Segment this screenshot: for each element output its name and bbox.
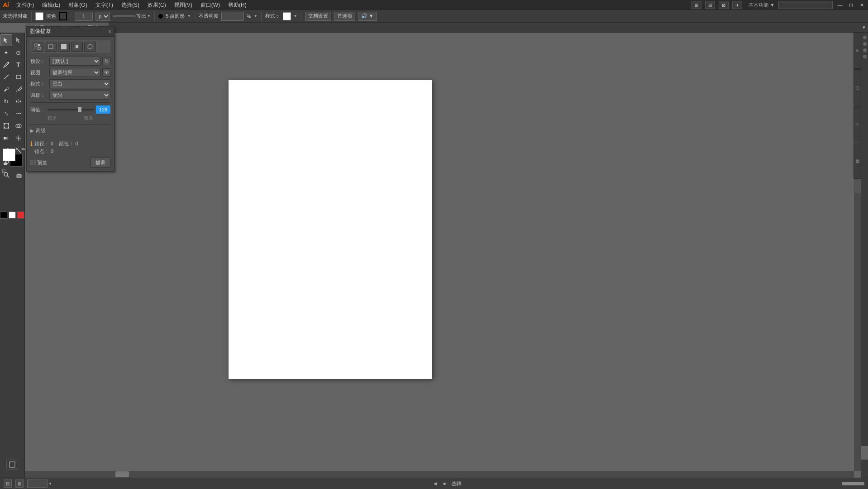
threshold-slider[interactable]	[48, 109, 94, 110]
status-next-btn[interactable]: ▶	[442, 480, 448, 487]
default-colors-icon[interactable]: ⊡	[2, 168, 5, 173]
menu-window[interactable]: 窗口(W)	[197, 0, 224, 10]
trace-icon-5[interactable]	[84, 42, 96, 52]
search-input[interactable]	[778, 1, 833, 9]
advanced-toggle[interactable]: ▶ 高级	[30, 127, 110, 134]
rectangle-tool-button[interactable]	[13, 71, 24, 83]
mirror-tool-button[interactable]	[13, 96, 24, 107]
layout-icon[interactable]: ⊠	[719, 1, 729, 9]
status-bar: ⊟ ⊞ 100% ▼ ◀ ▶ 选择	[0, 478, 868, 489]
workspace-icon[interactable]: ⊟	[705, 1, 715, 9]
status-slider[interactable]	[842, 482, 864, 485]
status-prev-btn[interactable]: ◀	[432, 480, 438, 487]
rotate-tool-button[interactable]: ↻	[0, 96, 12, 107]
threshold-row: 阈值	[30, 105, 110, 114]
right-scrollbar-thumb[interactable]	[861, 446, 868, 460]
artboard-tool-button[interactable]	[6, 460, 18, 470]
fill-color-swatch[interactable]	[35, 12, 43, 20]
horizontal-scroll-thumb[interactable]	[115, 471, 129, 477]
scale-tool-button[interactable]: ⤡	[0, 108, 12, 120]
type-tool-button[interactable]: T	[13, 59, 24, 71]
preset-refresh-button[interactable]: ↻	[102, 57, 110, 65]
line-tool-button[interactable]	[0, 71, 12, 83]
menu-view[interactable]: 视图(V)	[171, 0, 196, 10]
stroke-unit-select[interactable]: pt px	[95, 12, 110, 21]
zoom-dropdown-arrow[interactable]: ▼	[48, 482, 52, 486]
stroke-width-input[interactable]	[75, 12, 93, 21]
pen-tool-button[interactable]	[0, 59, 12, 71]
pencil-tool-button[interactable]	[13, 83, 24, 95]
direct-selection-tool-button[interactable]	[13, 34, 24, 46]
magic-wand-tool-button[interactable]: ✦	[0, 47, 12, 58]
palette-select[interactable]: 受限 自动 完整	[49, 91, 110, 100]
info-colors-label: 颜色：	[59, 141, 74, 146]
svg-line-4	[16, 91, 17, 91]
panel-close-button[interactable]: ×	[108, 29, 111, 35]
menu-file[interactable]: 文件(F)	[13, 0, 38, 10]
view-select[interactable]: 描摹结果	[49, 68, 100, 77]
warp-tool-button[interactable]: 〜	[13, 108, 24, 120]
white-fill-icon[interactable]	[9, 211, 16, 219]
right-panel-4[interactable]: ▦	[854, 143, 861, 179]
threshold-label: 阈值	[30, 106, 48, 113]
style-arrow[interactable]: ▼	[294, 14, 297, 18]
opacity-input[interactable]: 100	[221, 12, 244, 21]
foreground-color-swatch[interactable]	[3, 149, 15, 161]
status-icon-btn-1[interactable]: ⊟	[4, 479, 12, 488]
right-panel-2[interactable]: ◫	[854, 69, 861, 105]
threshold-value-input[interactable]	[96, 105, 110, 114]
gradient-tool-button[interactable]	[0, 132, 12, 144]
shape-builder-button[interactable]	[13, 120, 24, 132]
options-bar: 未选择对象 填色 pt px 等比 ▼ 5 点圆形 ▼ 不透明度 100 % ▼…	[0, 10, 868, 23]
menu-edit[interactable]: 编辑(E)	[38, 0, 64, 10]
right-scroll-thumb[interactable]	[854, 179, 861, 193]
gradient-fill-icon[interactable]	[17, 211, 24, 219]
trace-icon-1[interactable]	[32, 42, 43, 52]
voice-button[interactable]: 🔊 ▼	[358, 12, 377, 21]
swap-colors-icon[interactable]: ⇆	[21, 147, 25, 152]
threshold-thumb[interactable]	[78, 107, 81, 112]
trace-icon-2[interactable]	[45, 42, 57, 52]
view-eye-button[interactable]: 👁	[102, 68, 110, 77]
trace-icon-4[interactable]	[71, 42, 83, 52]
tab-arrange-btn[interactable]: ▼	[862, 25, 868, 30]
share-icon[interactable]: ✈	[732, 1, 742, 9]
menu-select[interactable]: 选择(S)	[118, 0, 143, 10]
doc-settings-button[interactable]: 文档设置	[305, 12, 331, 21]
free-transform-button[interactable]	[0, 120, 12, 132]
menu-object[interactable]: 对象(O)	[65, 0, 91, 10]
status-icon-btn-2[interactable]: ⊞	[15, 479, 24, 488]
style-swatch[interactable]	[283, 12, 291, 20]
restore-button[interactable]: ◻	[847, 1, 854, 9]
trace-button[interactable]: 描摹	[91, 158, 110, 168]
preview-checkbox[interactable]	[30, 160, 36, 165]
page-select-label: 选择	[452, 480, 462, 487]
mode-select[interactable]: 黑白 灰度 彩色	[49, 79, 110, 88]
panel-minimize-button[interactable]: -	[103, 29, 105, 35]
line-shape-row	[0, 71, 24, 83]
trace-icon-3[interactable]	[58, 42, 70, 52]
separator-6	[301, 12, 301, 21]
preferences-button[interactable]: 首选项	[334, 12, 355, 21]
right-panel-1[interactable]: ≡	[854, 33, 861, 69]
black-fill-icon[interactable]	[0, 211, 7, 219]
point-shape-arrow[interactable]: ▼	[187, 14, 191, 18]
minimize-button[interactable]: —	[836, 1, 844, 9]
menu-type[interactable]: 文字(T)	[92, 0, 117, 10]
preset-select[interactable]: [ 默认 ]	[49, 57, 100, 66]
lasso-tool-button[interactable]: ⊙	[13, 47, 24, 58]
stroke-type-dropdown[interactable]: 等比 ▼	[113, 13, 151, 19]
horizontal-scrollbar[interactable]	[25, 471, 854, 478]
opacity-arrow[interactable]: ▼	[254, 14, 258, 18]
basic-function-label[interactable]: 基本功能 ▼	[749, 2, 775, 9]
menu-effect[interactable]: 效果(C)	[144, 0, 170, 10]
mesh-tool-button[interactable]	[13, 132, 24, 144]
paintbrush-tool-button[interactable]: 🖌	[0, 83, 12, 95]
stroke-color-swatch[interactable]	[59, 12, 67, 20]
arrange-icon[interactable]: ⊞	[692, 1, 701, 9]
selection-tool-button[interactable]	[0, 34, 12, 46]
menu-help[interactable]: 帮助(H)	[224, 0, 250, 10]
close-button[interactable]: ✕	[858, 1, 865, 9]
zoom-input[interactable]: 100%	[27, 479, 48, 488]
right-panel-3[interactable]: ⊹	[854, 106, 861, 142]
